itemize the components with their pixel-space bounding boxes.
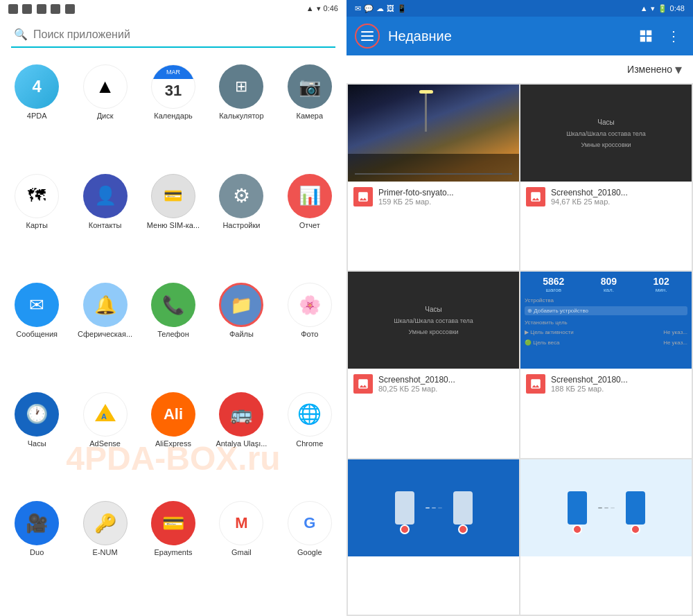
app-label-drive: Диск: [97, 112, 114, 120]
file-type-icon: [353, 187, 373, 206]
app-item-phone[interactable]: 📞 Телефон: [142, 283, 204, 387]
app-label-aliexpress: AliExpress: [155, 439, 191, 448]
app-label-sphere: Сферическая...: [78, 330, 132, 338]
file-info-screenshot2: Screenshot_20180... 80,25 КБ 25 мар.: [348, 369, 519, 399]
app-item-contacts[interactable]: 👤 Контакты: [73, 174, 136, 278]
app-item-calc[interactable]: ⊞ Калькулятор: [210, 64, 272, 168]
app-label-antalya: Antalya Ulaşı...: [216, 439, 267, 448]
file-card-screenshot2[interactable]: Часы Шкала/Шкала состава тела Умные крос…: [348, 272, 519, 457]
file-meta: 188 КБ 25 мар.: [551, 385, 628, 393]
file-name: Screenshot_20180...: [551, 188, 628, 197]
hamburger-line-3: [361, 39, 374, 41]
app-item-camera[interactable]: 📷 Камера: [279, 64, 341, 168]
app-icon-photos: 🌸: [288, 283, 332, 327]
file-card-connect2[interactable]: [520, 459, 692, 615]
app-item-chrome[interactable]: 🌐 Chrome: [279, 392, 341, 496]
app-item-files[interactable]: 📁 Файлы: [210, 283, 272, 387]
app-label-gmail: Gmail: [231, 548, 252, 556]
app-item-duo[interactable]: 🎥 Duo: [6, 501, 68, 605]
grid-view-button[interactable]: [635, 25, 657, 47]
app-item-gmail[interactable]: M Gmail: [210, 501, 272, 605]
file-card-primer-foto[interactable]: Primer-foto-snyato... 159 КБ 25 мар.: [348, 85, 519, 270]
time-right: 0:48: [670, 4, 685, 12]
file-type-icon: [526, 374, 545, 394]
file-name: Screenshot_20180...: [551, 375, 628, 385]
file-thumbnail-screenshot1: Часы Шкала/Шкала состава тела Умные крос…: [520, 85, 692, 182]
app-item-drive[interactable]: ▲ Диск: [73, 64, 136, 168]
app-item-4pda[interactable]: 4 4PDA: [6, 64, 68, 168]
app-item-settings[interactable]: ⚙ Настройки: [210, 174, 272, 278]
app-label-calc: Калькулятор: [219, 112, 263, 120]
app-icon-clock: 🕐: [15, 392, 59, 437]
app-icon-contacts: 👤: [83, 174, 128, 218]
right-panel: ✉ 💬 ☁ 🖼 📱 ▲ ▾ 🔋 0:48 Недавние ⋮: [346, 0, 693, 616]
app-item-report[interactable]: 📊 Отчет: [279, 174, 341, 278]
app-label-maps: Карты: [26, 221, 48, 229]
file-name: Screenshot_20180...: [378, 375, 455, 385]
signal-icon: ▲: [306, 4, 314, 12]
file-info-screenshot3: Screenshot_20180... 188 КБ 25 мар.: [520, 369, 692, 399]
app-item-messages[interactable]: ✉ Сообщения: [6, 283, 68, 387]
app-item-clock[interactable]: 🕐 Часы: [6, 392, 68, 496]
file-meta: 80,25 КБ 25 мар.: [378, 385, 455, 393]
status-bar-right: ✉ 💬 ☁ 🖼 📱 ▲ ▾ 🔋 0:48: [346, 0, 693, 17]
file-card-screenshot1[interactable]: Часы Шкала/Шкала состава тела Умные крос…: [520, 85, 692, 270]
time-left: 0:46: [324, 4, 338, 12]
sort-label: Изменено: [627, 64, 672, 75]
app-item-simcard[interactable]: 💳 Меню SIM-ка...: [142, 174, 204, 278]
app-item-sphere[interactable]: 🔔 Сферическая...: [73, 283, 136, 387]
app-item-calendar[interactable]: MAR31 Календарь: [142, 64, 204, 168]
app-label-duo: Duo: [30, 548, 44, 556]
app-icon-camera: 📷: [288, 64, 332, 109]
file-name: Primer-foto-snyato...: [378, 188, 454, 197]
sort-bar: Изменено ▾: [346, 55, 693, 83]
search-input[interactable]: [33, 28, 333, 41]
left-status-icons: [8, 2, 76, 15]
right-left-status: ✉ 💬 ☁ 🖼 📱: [355, 4, 407, 13]
img-icon-r: 🖼: [387, 4, 394, 13]
app-item-aliexpress[interactable]: Ali AliExpress: [142, 392, 204, 496]
app-label-simcard: Меню SIM-ка...: [147, 221, 200, 229]
right-status-icons: ▲ ▾ 0:46: [306, 4, 338, 13]
sort-arrow-icon[interactable]: ▾: [675, 61, 682, 78]
app-icon-duo: 🎥: [15, 501, 59, 545]
app-icon-phone: 📞: [151, 283, 195, 327]
file-details: Screenshot_20180... 94,67 КБ 25 мар.: [551, 188, 628, 206]
app-label-camera: Камера: [297, 112, 323, 120]
app-item-maps[interactable]: 🗺 Карты: [6, 174, 68, 278]
wifi-icon-r: ▾: [651, 4, 655, 13]
app-label-calendar: Календарь: [154, 112, 193, 120]
more-options-button[interactable]: ⋮: [663, 25, 685, 47]
toolbar-icons: ⋮: [635, 25, 685, 47]
app-item-photos[interactable]: 🌸 Фото: [279, 283, 341, 387]
hamburger-button[interactable]: [355, 24, 380, 49]
app-icon-maps: 🗺: [15, 174, 59, 218]
file-info-primer-foto: Primer-foto-snyato... 159 КБ 25 мар.: [348, 182, 519, 212]
app-item-google[interactable]: G Google: [279, 501, 341, 605]
app-icon-gmail: M: [219, 501, 263, 545]
message-icon: [22, 4, 32, 14]
app-item-epayments[interactable]: 💳 Epayments: [142, 501, 204, 605]
file-grid: Primer-foto-snyato... 159 КБ 25 мар. Час…: [346, 83, 693, 616]
app-icon-simcard: 💳: [151, 174, 195, 218]
toolbar-title: Недавние: [388, 28, 626, 44]
app-icon-google: G: [288, 501, 332, 545]
file-card-connect1[interactable]: [348, 459, 519, 615]
app-item-antalya[interactable]: 🚌 Antalya Ulaşı...: [210, 392, 272, 496]
cloud-icon-r: ☁: [376, 4, 384, 13]
app-item-enum[interactable]: 🔑 E-NUM: [73, 501, 136, 605]
file-info-screenshot1: Screenshot_20180... 94,67 КБ 25 мар.: [520, 182, 692, 212]
app-icon-chrome: 🌐: [288, 392, 332, 437]
battery-icon-r: 🔋: [658, 4, 667, 13]
file-card-screenshot3[interactable]: 5862шагов 809кал. 102мин. Устройства ⊕ Д…: [520, 272, 692, 457]
app-icon-messages: ✉: [15, 283, 59, 327]
search-bar[interactable]: 🔍: [11, 22, 335, 48]
app-icon-sphere: 🔔: [83, 283, 128, 327]
app-icon-aliexpress: Ali: [151, 392, 195, 437]
app-icon-settings: ⚙: [219, 174, 263, 218]
right-right-status: ▲ ▾ 🔋 0:48: [640, 4, 685, 13]
svg-text:A: A: [101, 412, 107, 421]
file-details: Screenshot_20180... 80,25 КБ 25 мар.: [378, 375, 455, 393]
envelope-icon: [8, 4, 18, 14]
app-item-adsense[interactable]: A AdSense: [73, 392, 136, 496]
